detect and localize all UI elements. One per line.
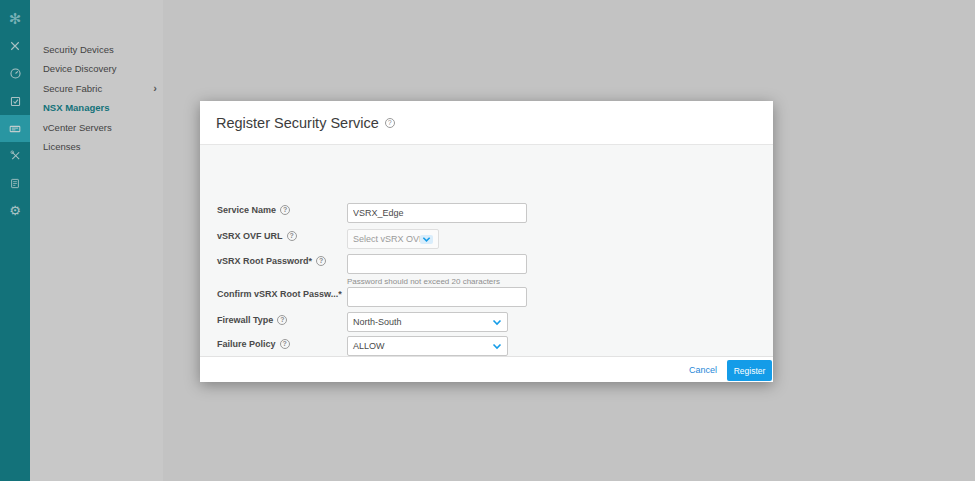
ovf-url-select[interactable]: Select vSRX OVF URL [347,229,439,249]
chevron-down-icon [492,319,502,326]
modal-title: Register Security Service [216,115,379,131]
select-value: North-South [353,317,402,327]
root-password-input[interactable] [347,254,527,274]
confirm-password-label: Confirm vSRX Root Passw...* [217,289,342,299]
register-button[interactable]: Register [727,360,772,381]
root-password-label: vSRX Root Password* [217,256,326,266]
label-text: vSRX Root Password* [217,256,312,266]
label-text: Service Name [217,205,276,215]
failure-policy-select[interactable]: ALLOW [347,336,508,356]
firewall-type-label: Firewall Type [217,315,287,325]
firewall-type-select[interactable]: North-South [347,312,508,332]
confirm-password-input[interactable] [347,287,527,307]
service-name-label: Service Name [217,205,290,215]
help-circle-icon[interactable] [287,231,297,241]
register-security-service-modal: Register Security Service Service Name v… [200,101,773,382]
help-circle-icon[interactable] [316,256,326,266]
service-name-input[interactable] [347,203,527,223]
label-text: vSRX OVF URL [217,231,283,241]
label-text: Failure Policy [217,339,276,349]
failure-policy-label: Failure Policy [217,339,290,349]
cancel-button[interactable]: Cancel [689,365,717,375]
ovf-url-label: vSRX OVF URL [217,231,297,241]
label-text: Confirm vSRX Root Passw...* [217,289,342,299]
password-hint: Password should not exceed 20 characters [347,277,500,286]
select-placeholder: Select vSRX OVF URL [353,234,420,244]
modal-header: Register Security Service [200,101,773,145]
chevron-down-icon [420,235,433,244]
modal-body: Service Name vSRX OVF URL Select vSRX OV… [200,145,773,356]
chevron-down-icon [492,343,502,350]
help-circle-icon[interactable] [385,118,395,128]
help-circle-icon[interactable] [277,315,287,325]
select-value: ALLOW [353,341,385,351]
help-circle-icon[interactable] [280,339,290,349]
label-text: Firewall Type [217,315,273,325]
modal-footer: Cancel Register [200,356,773,382]
app-screen: ✻ ⚙ Security Devices Device Discovery Se… [0,0,975,481]
help-circle-icon[interactable] [280,205,290,215]
